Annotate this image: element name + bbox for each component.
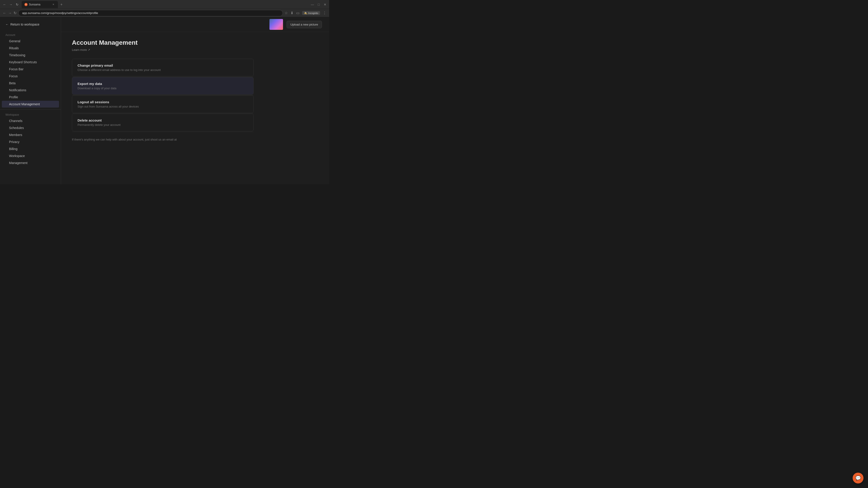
sidebar-item-general[interactable]: General	[2, 38, 59, 44]
url-input[interactable]	[18, 10, 283, 16]
active-tab[interactable]: S Sunsama ✕	[22, 1, 58, 8]
url-bar: ← → ↻ ☆ ⬇ ▭ 🕵 Incognito ⋮	[0, 9, 329, 17]
external-link-icon: ↗	[88, 48, 90, 52]
page-title: Account Management	[72, 39, 254, 46]
main-content: Upload a new picture Account Management …	[61, 17, 329, 184]
delete-account-title: Delete account	[78, 119, 248, 122]
sidebar-item-focus-bar[interactable]: Focus Bar	[2, 66, 59, 72]
top-section: Upload a new picture	[61, 17, 329, 32]
extensions-button[interactable]: ▭	[296, 11, 300, 15]
nav-buttons: ← → ↻	[2, 2, 20, 7]
export-data-desc: Download a copy of your data	[78, 87, 248, 90]
sidebar-item-timeboxing[interactable]: Timeboxing	[2, 52, 59, 59]
back-arrow-icon: ←	[5, 23, 8, 26]
top-section-right: Upload a new picture	[270, 19, 322, 30]
back-button[interactable]: ←	[2, 2, 7, 7]
minimize-button[interactable]: —	[310, 2, 315, 7]
url-back-button[interactable]: ←	[3, 11, 6, 15]
workspace-section-label: Workspace	[0, 111, 61, 117]
url-forward-button[interactable]: →	[8, 11, 12, 15]
window-controls: — □ ✕	[310, 2, 327, 7]
delete-account-desc: Permanently delete your account	[78, 123, 248, 127]
tab-bar: S Sunsama ✕ +	[22, 1, 307, 8]
sidebar-item-members[interactable]: Members	[2, 131, 59, 138]
sidebar-item-focus[interactable]: Focus	[2, 73, 59, 79]
logout-sessions-desc: Sign out from Sunsama across all your de…	[78, 105, 248, 108]
download-button[interactable]: ⬇	[290, 11, 293, 15]
incognito-badge: 🕵 Incognito	[302, 11, 320, 15]
new-tab-button[interactable]: +	[59, 2, 64, 7]
sidebar-item-management[interactable]: Management	[2, 160, 59, 166]
sidebar-item-privacy[interactable]: Privacy	[2, 138, 59, 145]
sidebar-item-account-management[interactable]: Account Management	[2, 101, 59, 107]
profile-thumbnail	[270, 19, 283, 30]
tab-title: Sunsama	[29, 3, 50, 6]
export-data-section[interactable]: Export my data Download a copy of your d…	[72, 77, 254, 95]
content-area: Account Management Learn more ↗ Change p…	[61, 32, 265, 151]
sidebar: ← Return to workspace Account General Ri…	[0, 17, 61, 184]
forward-button[interactable]: →	[8, 2, 13, 7]
tab-close-button[interactable]: ✕	[52, 3, 55, 6]
browser-chrome: ← → ↻ S Sunsama ✕ + — □ ✕	[0, 0, 329, 9]
change-email-section[interactable]: Change primary email Choose a different …	[72, 59, 254, 76]
sidebar-item-workspace[interactable]: Workspace	[2, 153, 59, 159]
maximize-button[interactable]: □	[316, 2, 321, 7]
reload-button[interactable]: ↻	[14, 2, 20, 7]
export-data-title: Export my data	[78, 82, 248, 86]
sidebar-item-rituals[interactable]: Rituals	[2, 45, 59, 52]
learn-more-label: Learn more	[72, 48, 87, 52]
sidebar-item-profile[interactable]: Profile	[2, 94, 59, 101]
help-text: If there's anything we can help with abo…	[72, 132, 254, 144]
delete-account-section[interactable]: Delete account Permanently delete your a…	[72, 113, 254, 131]
url-reload-button[interactable]: ↻	[13, 11, 17, 15]
sidebar-item-schedules[interactable]: Schedules	[2, 125, 59, 131]
bookmark-button[interactable]: ☆	[285, 11, 288, 15]
sidebar-item-notifications[interactable]: Notifications	[2, 87, 59, 94]
app-container: ← Return to workspace Account General Ri…	[0, 17, 329, 184]
url-actions: ☆ ⬇ ▭ 🕵 Incognito ⋮	[285, 11, 327, 15]
sidebar-item-channels[interactable]: Channels	[2, 118, 59, 124]
return-to-workspace-link[interactable]: ← Return to workspace	[0, 21, 61, 28]
sidebar-item-keyboard-shortcuts[interactable]: Keyboard Shortcuts	[2, 59, 59, 66]
change-email-desc: Choose a different email address to use …	[78, 68, 248, 72]
close-button[interactable]: ✕	[323, 2, 327, 7]
logout-sessions-section[interactable]: Logout all sessions Sign out from Sunsam…	[72, 95, 254, 113]
tab-favicon: S	[24, 3, 28, 6]
more-button[interactable]: ⋮	[323, 11, 327, 15]
logout-sessions-title: Logout all sessions	[78, 100, 248, 104]
learn-more-link[interactable]: Learn more ↗	[72, 48, 254, 52]
sidebar-item-beta[interactable]: Beta	[2, 80, 59, 87]
account-section-label: Account	[0, 32, 61, 37]
sidebar-item-billing[interactable]: Billing	[2, 145, 59, 152]
return-label: Return to workspace	[10, 23, 39, 26]
upload-picture-button[interactable]: Upload a new picture	[287, 21, 322, 28]
change-email-title: Change primary email	[78, 64, 248, 67]
